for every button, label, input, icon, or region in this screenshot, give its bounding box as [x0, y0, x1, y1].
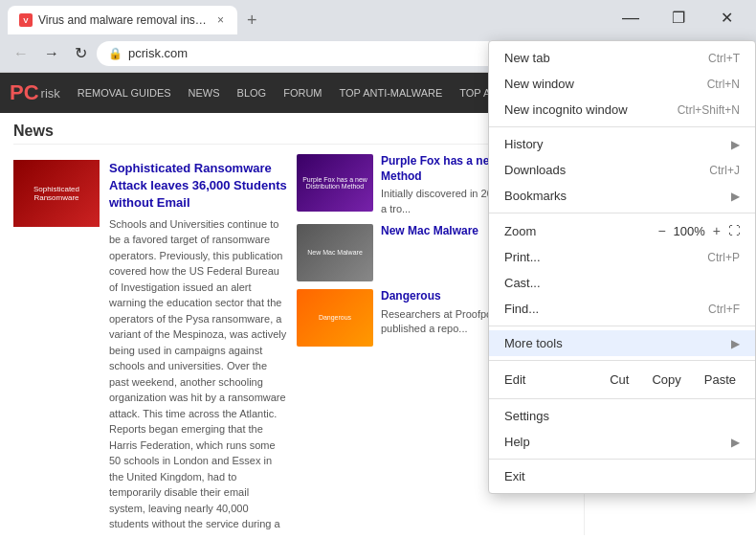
new-tab-button[interactable]: +	[239, 7, 265, 34]
menu-item-settings[interactable]: Settings	[489, 403, 755, 429]
site-logo: PC risk	[10, 80, 60, 105]
tab-favicon: V	[19, 13, 33, 27]
window-controls: — ❐ ✕	[609, 9, 748, 26]
titlebar: V Virus and malware removal instr... × +…	[0, 0, 756, 34]
edit-actions: Cut Copy Paste	[606, 371, 740, 389]
thumb-purplefox: Purple Fox has a new Distribution Method	[297, 154, 373, 212]
menu-cut-button[interactable]: Cut	[606, 371, 633, 389]
news-heading: News	[13, 123, 570, 145]
nav-removal-guides[interactable]: REMOVAL GUIDES	[70, 83, 179, 102]
chrome-context-menu: New tab Ctrl+T New window Ctrl+N New inc…	[488, 40, 756, 494]
menu-item-new-tab[interactable]: New tab Ctrl+T	[489, 45, 755, 71]
menu-paste-button[interactable]: Paste	[700, 371, 740, 389]
menu-item-new-window[interactable]: New window Ctrl+N	[489, 71, 755, 97]
news-title-macmalware[interactable]: New Mac Malware	[381, 224, 478, 239]
menu-item-incognito[interactable]: New incognito window Ctrl+Shift+N	[489, 97, 755, 123]
logo-risk: risk	[41, 86, 60, 101]
nav-forum[interactable]: FORUM	[276, 83, 329, 102]
lock-icon: 🔒	[108, 47, 122, 60]
close-button[interactable]: ✕	[704, 9, 748, 26]
back-button[interactable]: ←	[8, 41, 34, 66]
nav-anti-malware[interactable]: TOP ANTI-MALWARE	[331, 83, 450, 102]
main-article: Sophisticated Ransomware Sophisticated R…	[13, 160, 287, 535]
zoom-increase-button[interactable]: +	[713, 223, 721, 238]
zoom-controls: − 100% + ⛶	[657, 223, 740, 238]
menu-item-downloads[interactable]: Downloads Ctrl+J	[489, 157, 755, 183]
menu-item-help[interactable]: Help ▶	[489, 429, 755, 455]
news-grid: Sophisticated Ransomware Sophisticated R…	[13, 154, 570, 535]
menu-item-exit[interactable]: Exit	[489, 463, 755, 489]
menu-item-more-tools[interactable]: More tools ▶	[489, 330, 755, 356]
tab-bar: V Virus and malware removal instr... × +	[8, 0, 265, 34]
menu-item-find[interactable]: Find... Ctrl+F	[489, 296, 755, 322]
main-article-title[interactable]: Sophisticated Ransomware Attack leaves 3…	[109, 160, 287, 213]
main-article-text: Sophisticated Ransomware Attack leaves 3…	[109, 160, 287, 535]
menu-section-history: History ▶ Downloads Ctrl+J Bookmarks ▶	[489, 127, 755, 213]
menu-copy-button[interactable]: Copy	[648, 371, 684, 389]
news-text-macmalware: New Mac Malware	[381, 224, 478, 281]
thumb-dangerous: Dangerous	[297, 289, 373, 347]
zoom-decrease-button[interactable]: −	[657, 223, 665, 238]
zoom-value: 100%	[674, 224, 705, 238]
menu-item-history[interactable]: History ▶	[489, 131, 755, 157]
tab-title: Virus and malware removal instr...	[38, 13, 210, 27]
nav-news[interactable]: NEWS	[181, 83, 228, 102]
menu-section-new: New tab Ctrl+T New window Ctrl+N New inc…	[489, 41, 755, 127]
logo-pc: PC	[10, 80, 39, 105]
menu-section-exit: Exit	[489, 460, 755, 493]
tab-close-button[interactable]: ×	[215, 11, 226, 29]
refresh-button[interactable]: ↻	[69, 40, 93, 66]
forward-button[interactable]: →	[38, 41, 65, 66]
menu-section-zoom: Zoom − 100% + ⛶ Print... Ctrl+P Cast... …	[489, 213, 755, 326]
menu-item-cast[interactable]: Cast...	[489, 270, 755, 296]
menu-item-bookmarks[interactable]: Bookmarks ▶	[489, 183, 755, 209]
menu-section-edit: Edit Cut Copy Paste	[489, 361, 755, 399]
active-tab[interactable]: V Virus and malware removal instr... ×	[8, 6, 237, 34]
menu-section-more-tools: More tools ▶	[489, 326, 755, 361]
thumb-macmalware: New Mac Malware	[297, 224, 373, 281]
menu-section-settings: Settings Help ▶	[489, 399, 755, 460]
zoom-fullscreen-icon[interactable]: ⛶	[728, 224, 740, 237]
main-article-body: Schools and Universities continue to be …	[109, 216, 287, 535]
menu-item-zoom[interactable]: Zoom − 100% + ⛶	[489, 217, 755, 244]
main-article-thumb: Sophisticated Ransomware	[13, 160, 100, 227]
nav-blog[interactable]: BLOG	[230, 83, 275, 102]
menu-edit-row: Edit Cut Copy Paste	[489, 365, 755, 394]
thumb-label: Sophisticated Ransomware	[15, 185, 98, 202]
restore-button[interactable]: ❐	[656, 9, 700, 26]
menu-item-print[interactable]: Print... Ctrl+P	[489, 244, 755, 270]
minimize-button[interactable]: —	[609, 9, 653, 26]
